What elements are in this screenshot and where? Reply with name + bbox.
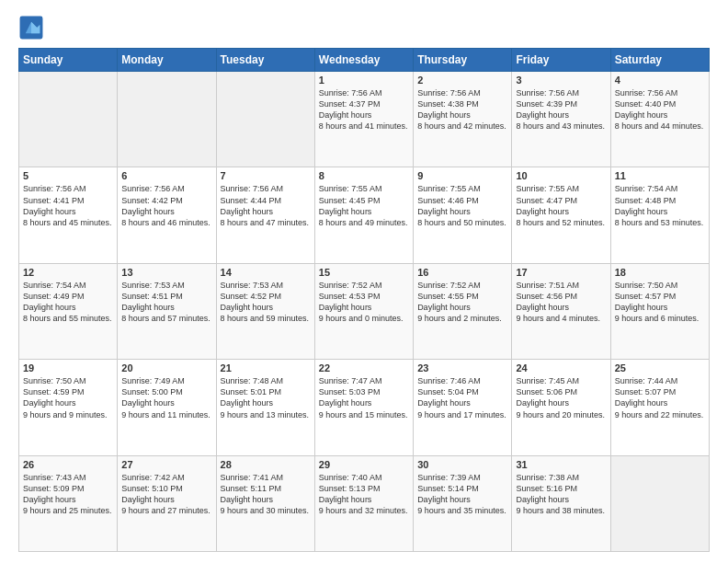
day-info: Sunrise: 7:56 AMSunset: 4:37 PMDaylight … xyxy=(319,87,409,132)
day-number: 8 xyxy=(319,170,409,181)
day-cell xyxy=(19,72,118,167)
day-number: 19 xyxy=(23,362,113,373)
day-cell: 5Sunrise: 7:56 AMSunset: 4:41 PMDaylight… xyxy=(19,167,118,263)
day-cell: 24Sunrise: 7:45 AMSunset: 5:06 PMDayligh… xyxy=(512,360,610,455)
day-header-monday: Monday xyxy=(118,49,216,72)
day-info: Sunrise: 7:53 AMSunset: 4:52 PMDaylight … xyxy=(221,280,311,325)
day-cell: 20Sunrise: 7:49 AMSunset: 5:00 PMDayligh… xyxy=(118,360,216,455)
header-row: SundayMondayTuesdayWednesdayThursdayFrid… xyxy=(19,49,710,72)
day-info: Sunrise: 7:43 AMSunset: 5:09 PMDaylight … xyxy=(23,472,113,517)
day-cell: 9Sunrise: 7:55 AMSunset: 4:46 PMDaylight… xyxy=(414,167,512,263)
day-info: Sunrise: 7:56 AMSunset: 4:44 PMDaylight … xyxy=(221,183,311,228)
day-info: Sunrise: 7:49 AMSunset: 5:00 PMDaylight … xyxy=(121,375,211,420)
week-row-5: 26Sunrise: 7:43 AMSunset: 5:09 PMDayligh… xyxy=(19,455,710,551)
day-cell: 21Sunrise: 7:48 AMSunset: 5:01 PMDayligh… xyxy=(216,360,314,455)
day-cell: 6Sunrise: 7:56 AMSunset: 4:42 PMDaylight… xyxy=(118,167,216,263)
day-info: Sunrise: 7:44 AMSunset: 5:07 PMDaylight … xyxy=(615,375,705,420)
day-number: 5 xyxy=(23,170,113,181)
day-number: 11 xyxy=(615,170,705,181)
day-cell: 19Sunrise: 7:50 AMSunset: 4:59 PMDayligh… xyxy=(19,360,118,455)
day-cell: 2Sunrise: 7:56 AMSunset: 4:38 PMDaylight… xyxy=(414,72,512,167)
day-info: Sunrise: 7:56 AMSunset: 4:39 PMDaylight … xyxy=(516,87,606,132)
day-cell: 14Sunrise: 7:53 AMSunset: 4:52 PMDayligh… xyxy=(216,263,314,359)
day-info: Sunrise: 7:51 AMSunset: 4:56 PMDaylight … xyxy=(516,280,606,325)
day-cell: 10Sunrise: 7:55 AMSunset: 4:47 PMDayligh… xyxy=(512,167,610,263)
day-header-sunday: Sunday xyxy=(19,49,118,72)
logo-icon xyxy=(18,15,44,40)
day-cell: 1Sunrise: 7:56 AMSunset: 4:37 PMDaylight… xyxy=(314,72,413,167)
day-header-friday: Friday xyxy=(512,49,610,72)
day-header-thursday: Thursday xyxy=(414,49,512,72)
day-cell xyxy=(610,455,709,551)
day-number: 12 xyxy=(23,267,113,278)
day-cell: 18Sunrise: 7:50 AMSunset: 4:57 PMDayligh… xyxy=(610,263,709,359)
day-number: 27 xyxy=(121,459,211,470)
day-info: Sunrise: 7:55 AMSunset: 4:46 PMDaylight … xyxy=(417,183,507,228)
page: SundayMondayTuesdayWednesdayThursdayFrid… xyxy=(0,0,728,563)
day-number: 26 xyxy=(23,459,113,470)
week-row-2: 5Sunrise: 7:56 AMSunset: 4:41 PMDaylight… xyxy=(19,167,710,263)
day-number: 15 xyxy=(319,267,409,278)
day-cell: 17Sunrise: 7:51 AMSunset: 4:56 PMDayligh… xyxy=(512,263,610,359)
day-number: 7 xyxy=(221,170,311,181)
day-cell: 12Sunrise: 7:54 AMSunset: 4:49 PMDayligh… xyxy=(19,263,118,359)
day-cell: 15Sunrise: 7:52 AMSunset: 4:53 PMDayligh… xyxy=(314,263,413,359)
day-number: 16 xyxy=(417,267,507,278)
day-info: Sunrise: 7:54 AMSunset: 4:48 PMDaylight … xyxy=(615,183,705,228)
day-info: Sunrise: 7:54 AMSunset: 4:49 PMDaylight … xyxy=(23,280,113,325)
day-cell: 29Sunrise: 7:40 AMSunset: 5:13 PMDayligh… xyxy=(314,455,413,551)
day-cell: 23Sunrise: 7:46 AMSunset: 5:04 PMDayligh… xyxy=(414,360,512,455)
day-info: Sunrise: 7:38 AMSunset: 5:16 PMDaylight … xyxy=(516,472,606,517)
day-number: 21 xyxy=(221,362,311,373)
day-number: 18 xyxy=(615,267,705,278)
day-info: Sunrise: 7:47 AMSunset: 5:03 PMDaylight … xyxy=(319,375,409,420)
day-info: Sunrise: 7:39 AMSunset: 5:14 PMDaylight … xyxy=(417,472,507,517)
day-cell: 28Sunrise: 7:41 AMSunset: 5:11 PMDayligh… xyxy=(216,455,314,551)
day-number: 17 xyxy=(516,267,606,278)
day-info: Sunrise: 7:56 AMSunset: 4:40 PMDaylight … xyxy=(615,87,705,132)
day-info: Sunrise: 7:53 AMSunset: 4:51 PMDaylight … xyxy=(121,280,211,325)
day-info: Sunrise: 7:55 AMSunset: 4:45 PMDaylight … xyxy=(319,183,409,228)
day-cell: 7Sunrise: 7:56 AMSunset: 4:44 PMDaylight… xyxy=(216,167,314,263)
day-info: Sunrise: 7:52 AMSunset: 4:53 PMDaylight … xyxy=(319,280,409,325)
day-info: Sunrise: 7:40 AMSunset: 5:13 PMDaylight … xyxy=(319,472,409,517)
day-info: Sunrise: 7:56 AMSunset: 4:41 PMDaylight … xyxy=(23,183,113,228)
day-number: 14 xyxy=(221,267,311,278)
day-number: 10 xyxy=(516,170,606,181)
day-cell: 26Sunrise: 7:43 AMSunset: 5:09 PMDayligh… xyxy=(19,455,118,551)
day-number: 29 xyxy=(319,459,409,470)
day-info: Sunrise: 7:52 AMSunset: 4:55 PMDaylight … xyxy=(417,280,507,325)
day-number: 3 xyxy=(516,75,606,86)
day-info: Sunrise: 7:50 AMSunset: 4:59 PMDaylight … xyxy=(23,375,113,420)
day-info: Sunrise: 7:41 AMSunset: 5:11 PMDaylight … xyxy=(221,472,311,517)
day-header-wednesday: Wednesday xyxy=(314,49,413,72)
day-number: 23 xyxy=(417,362,507,373)
day-cell: 3Sunrise: 7:56 AMSunset: 4:39 PMDaylight… xyxy=(512,72,610,167)
day-number: 9 xyxy=(417,170,507,181)
day-info: Sunrise: 7:42 AMSunset: 5:10 PMDaylight … xyxy=(121,472,211,517)
day-cell xyxy=(118,72,216,167)
week-row-4: 19Sunrise: 7:50 AMSunset: 4:59 PMDayligh… xyxy=(19,360,710,455)
day-cell: 31Sunrise: 7:38 AMSunset: 5:16 PMDayligh… xyxy=(512,455,610,551)
day-number: 6 xyxy=(121,170,211,181)
day-info: Sunrise: 7:45 AMSunset: 5:06 PMDaylight … xyxy=(516,375,606,420)
day-cell: 4Sunrise: 7:56 AMSunset: 4:40 PMDaylight… xyxy=(610,72,709,167)
day-number: 20 xyxy=(121,362,211,373)
day-header-saturday: Saturday xyxy=(610,49,709,72)
day-info: Sunrise: 7:48 AMSunset: 5:01 PMDaylight … xyxy=(221,375,311,420)
day-info: Sunrise: 7:50 AMSunset: 4:57 PMDaylight … xyxy=(615,280,705,325)
day-number: 13 xyxy=(121,267,211,278)
day-cell: 22Sunrise: 7:47 AMSunset: 5:03 PMDayligh… xyxy=(314,360,413,455)
week-row-3: 12Sunrise: 7:54 AMSunset: 4:49 PMDayligh… xyxy=(19,263,710,359)
day-number: 28 xyxy=(221,459,311,470)
day-number: 30 xyxy=(417,459,507,470)
day-cell: 27Sunrise: 7:42 AMSunset: 5:10 PMDayligh… xyxy=(118,455,216,551)
day-cell: 30Sunrise: 7:39 AMSunset: 5:14 PMDayligh… xyxy=(414,455,512,551)
day-number: 31 xyxy=(516,459,606,470)
day-number: 1 xyxy=(319,75,409,86)
day-header-tuesday: Tuesday xyxy=(216,49,314,72)
day-cell: 13Sunrise: 7:53 AMSunset: 4:51 PMDayligh… xyxy=(118,263,216,359)
day-number: 22 xyxy=(319,362,409,373)
day-cell xyxy=(216,72,314,167)
day-cell: 8Sunrise: 7:55 AMSunset: 4:45 PMDaylight… xyxy=(314,167,413,263)
